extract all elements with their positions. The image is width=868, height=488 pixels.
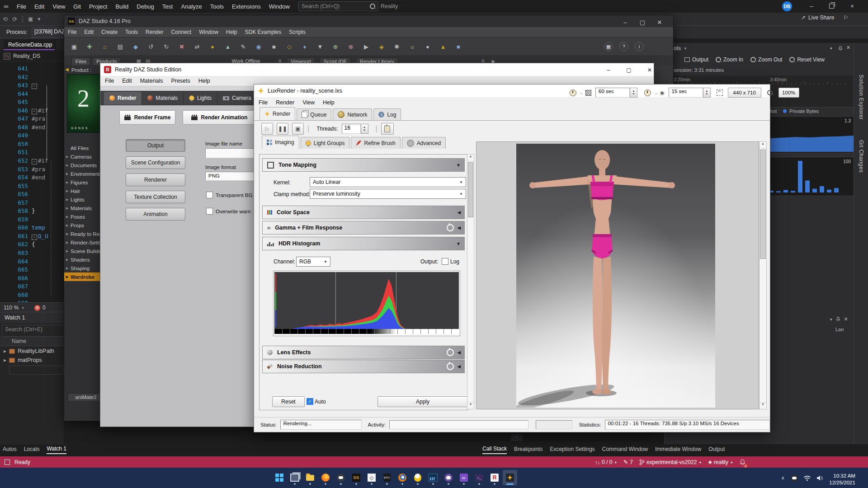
clamp-method-select[interactable]: Preserve luminosity▼ [310, 189, 466, 199]
lux-menu-view[interactable]: View [302, 99, 315, 106]
repo-picker[interactable]: ◈ reality▲ [708, 459, 733, 465]
pin-icon[interactable] [838, 46, 843, 51]
render-viewport[interactable] [476, 141, 759, 409]
line-number[interactable]: 648 [0, 123, 32, 132]
daz-toolbar-icon-14[interactable]: ◇ [284, 41, 295, 52]
daz-toolbar-icon-11[interactable]: ✎ [238, 41, 249, 52]
vs-menu-debug[interactable]: Debug [132, 3, 158, 10]
daz-toolbar-icon-17[interactable]: ⊕ [330, 41, 341, 52]
daz-right-icon-1[interactable]: ? [619, 42, 628, 51]
expand-arrow-icon[interactable]: ▶ [4, 349, 6, 353]
vs-menu-window[interactable]: Window [265, 3, 294, 10]
copy-to-clipboard-button[interactable] [381, 123, 394, 135]
reality-nav-texture-collection[interactable]: Texture Collection [126, 191, 185, 203]
stop-button[interactable]: ▣ [292, 123, 304, 135]
branch-picker[interactable]: experimental-vs2022▲ [639, 459, 702, 465]
vs-menu-file[interactable]: File [13, 3, 30, 10]
zoom-icon[interactable] [767, 90, 773, 95]
daz-toolbar-icon-1[interactable]: ✚ [84, 41, 95, 52]
panel-tab-call-stack[interactable]: Call Stack [482, 446, 507, 454]
vs-minimize-button[interactable]: – [804, 0, 819, 12]
reality-nav-animation[interactable]: Animation [126, 208, 185, 221]
watch-new-row[interactable] [9, 366, 63, 375]
watch-row-matprops[interactable]: ▶matProps [0, 356, 64, 365]
daz-toolbar-icon-6[interactable]: ↻ [161, 41, 172, 52]
vs-menu-build[interactable]: Build [111, 3, 132, 10]
fold-toggle-icon[interactable]: − [32, 159, 37, 164]
apply-button[interactable]: Apply [377, 396, 468, 407]
line-number[interactable]: 668 [0, 291, 32, 300]
daz-right-icon-2[interactable]: i [635, 42, 644, 51]
line-number[interactable]: 661 [0, 232, 32, 241]
status-task-icon[interactable] [5, 460, 10, 465]
luxrender-app-icon[interactable] [503, 470, 517, 485]
line-number[interactable]: 643 [0, 81, 32, 90]
volume-icon[interactable] [816, 475, 824, 481]
line-number[interactable]: 647 [0, 115, 32, 123]
expand-arrow-icon[interactable]: ▶ [4, 358, 6, 362]
panel-tab-command-window[interactable]: Command Window [602, 446, 648, 454]
editor-zoom-caret[interactable]: ▼ [21, 306, 24, 310]
daz-menu-render[interactable]: Render [146, 29, 163, 35]
reality-tab-render[interactable]: Render [104, 92, 142, 105]
line-number[interactable]: 658 [0, 207, 32, 216]
line-number[interactable]: 662 [0, 240, 32, 249]
daz-menu-file[interactable]: File [68, 29, 76, 35]
lens-effects-header[interactable]: Lens Effects ◀ [262, 346, 465, 359]
tray-discord-icon[interactable] [791, 474, 798, 482]
reality-app-icon[interactable]: R [487, 470, 502, 485]
line-number[interactable]: 642 [0, 73, 32, 82]
line-number[interactable]: 663 [0, 249, 32, 258]
line-number[interactable]: 651 [0, 148, 32, 157]
reality-menu-presets[interactable]: Presets [171, 78, 190, 84]
diagnostics-timeline[interactable]: 3:20min 3:40min [665, 75, 854, 85]
daz-toolbar-icon-23[interactable]: ● [422, 41, 433, 52]
blender-icon[interactable] [395, 470, 410, 485]
reality-nav-output[interactable]: Output [126, 139, 185, 152]
watch-name-column-header[interactable]: Name [0, 337, 64, 346]
overwrite-warn-checkbox[interactable] [206, 208, 213, 215]
selection-icon[interactable] [717, 89, 723, 96]
reality-maximize-button[interactable]: ▢ [620, 65, 637, 75]
diag-tool-zoom-in[interactable]: Zoom In [716, 56, 743, 63]
user-avatar[interactable]: DB [782, 1, 792, 11]
vs-menu-analyze[interactable]: Analyze [177, 3, 206, 10]
close-icon[interactable]: ✕ [846, 45, 850, 51]
line-number[interactable]: 654 [0, 174, 32, 182]
daz-toolbar-icon-18[interactable]: ⊗ [345, 41, 356, 52]
daz-menu-create[interactable]: Create [101, 29, 118, 35]
power-icon[interactable] [447, 349, 454, 356]
line-number[interactable]: 653 [0, 165, 32, 174]
reset-button[interactable]: Reset [272, 396, 305, 407]
watch-row-realitylibpath[interactable]: ▶RealityLibPath [0, 347, 64, 356]
reality-close-button[interactable]: ✕ [641, 65, 658, 75]
back-arrow-icon[interactable]: ◀ [65, 67, 69, 72]
panel-caret-icon[interactable]: ▾ [830, 46, 832, 51]
daz-menu-window[interactable]: Window [199, 29, 218, 35]
vs-menu-tools[interactable]: Tools [206, 3, 228, 10]
pane-scrollbar[interactable]: ▲ ▼ [467, 154, 474, 409]
panel-tab-locals[interactable]: Locals [24, 446, 40, 454]
line-number[interactable]: 667 [0, 282, 32, 291]
daz-menu-edit[interactable]: Edit [84, 29, 94, 35]
scroll-chevron-button[interactable]: ⌄ [511, 434, 523, 441]
daz-toolbar-icon-9[interactable]: ● [207, 41, 218, 52]
line-number[interactable]: 655 [0, 182, 32, 191]
channel-select[interactable]: RGB▼ [296, 257, 330, 267]
reality-tab-camera[interactable]: Camera [217, 92, 257, 105]
vs-menu-edit[interactable]: Edit [30, 3, 48, 10]
file-explorer-icon[interactable] [303, 470, 317, 485]
document-tab[interactable]: ReSceneData.cpp [4, 39, 57, 50]
daz-menu-help[interactable]: Help [226, 29, 237, 35]
daz-toolbar-icon-20[interactable]: ◈ [376, 41, 387, 52]
task-view-icon[interactable] [288, 470, 302, 485]
daz-menu-tools[interactable]: Tools [125, 29, 138, 35]
daz-menu-sdk-examples[interactable]: SDK Examples [245, 29, 282, 35]
reality-menu-file[interactable]: File [105, 78, 114, 84]
panel-caret-icon[interactable]: ▼ [684, 47, 687, 51]
daz-toolbar-icon-5[interactable]: ↺ [146, 41, 156, 52]
log-checkbox[interactable] [442, 258, 448, 265]
color-space-header[interactable]: Color Space ◀ [262, 206, 465, 219]
nav-back-icon[interactable]: ⟲ [3, 16, 8, 23]
performance-monitor-icon[interactable] [426, 470, 440, 485]
